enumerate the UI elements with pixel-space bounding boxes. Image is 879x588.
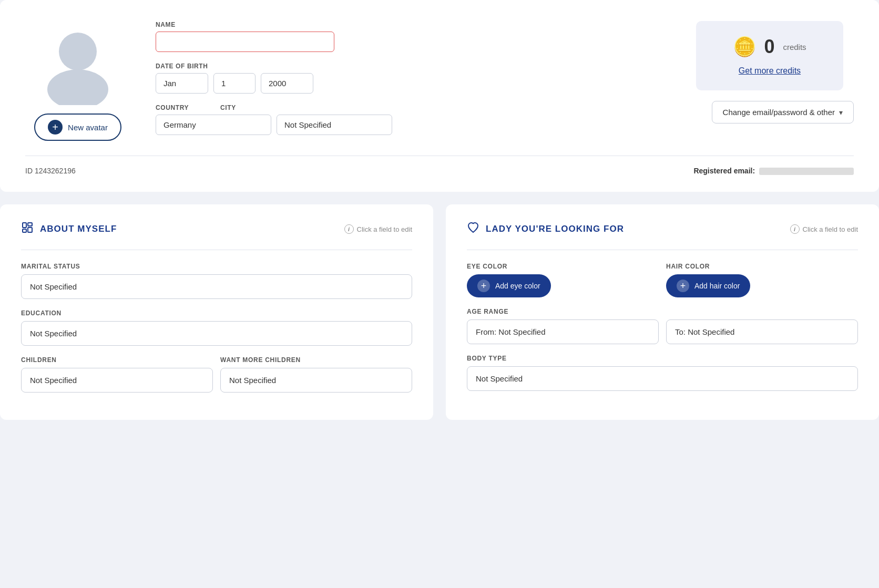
- want-more-children-section: WANT MORE CHILDREN: [220, 356, 412, 393]
- children-section: CHILDREN: [21, 356, 213, 393]
- age-range-row: [467, 319, 858, 344]
- color-row: EYE COLOR + Add eye color HAIR COLOR + A…: [467, 263, 858, 308]
- chevron-down-icon: ▾: [839, 108, 843, 117]
- svg-rect-4: [28, 223, 32, 226]
- avatar-image-svg: [36, 21, 120, 105]
- get-more-credits-button[interactable]: Get more credits: [739, 66, 801, 76]
- name-input[interactable]: [156, 32, 334, 52]
- bottom-section: ABOUT MYSELF i Click a field to edit MAR…: [0, 204, 879, 420]
- education-label: EDUCATION: [21, 310, 412, 317]
- svg-rect-5: [28, 228, 32, 232]
- about-title-row: ABOUT MYSELF: [21, 221, 117, 237]
- change-email-button[interactable]: Change email/password & other ▾: [712, 101, 854, 123]
- looking-info-icon: i: [790, 224, 800, 234]
- avatar-placeholder: [36, 21, 120, 105]
- children-label: CHILDREN: [21, 356, 213, 364]
- svg-rect-3: [23, 229, 26, 232]
- body-type-input[interactable]: [467, 366, 858, 391]
- want-more-children-label: WANT MORE CHILDREN: [220, 356, 412, 364]
- looking-panel: LADY YOU'RE LOOKING FOR i Click a field …: [446, 204, 879, 420]
- about-icon: [21, 221, 34, 237]
- registered-email: Registered email:: [693, 167, 854, 175]
- location-field-group: COUNTRY CITY: [156, 104, 671, 135]
- looking-divider: [467, 250, 858, 250]
- about-title: ABOUT MYSELF: [40, 224, 117, 234]
- profile-top: + New avatar NAME DATE OF BIRTH: [25, 21, 854, 141]
- hair-color-btn-row: + Add hair color: [666, 274, 858, 297]
- body-type-section: BODY TYPE: [467, 355, 858, 391]
- want-more-children-input[interactable]: [220, 368, 412, 393]
- looking-icon: [467, 221, 479, 237]
- city-input[interactable]: [277, 115, 392, 135]
- looking-click-hint: i Click a field to edit: [790, 224, 858, 234]
- children-row: CHILDREN WANT MORE CHILDREN: [21, 356, 412, 403]
- hair-color-section: HAIR COLOR + Add hair color: [666, 263, 858, 297]
- about-panel: ABOUT MYSELF i Click a field to edit MAR…: [0, 204, 433, 420]
- credits-label: credits: [783, 43, 806, 51]
- looking-title-row: LADY YOU'RE LOOKING FOR: [467, 221, 624, 237]
- about-click-hint: i Click a field to edit: [344, 224, 413, 234]
- user-id: ID 1243262196: [25, 167, 76, 175]
- about-info-icon: i: [344, 224, 354, 234]
- age-range-section: AGE RANGE: [467, 308, 858, 344]
- email-value-blur: [759, 168, 854, 175]
- svg-point-0: [59, 33, 97, 70]
- name-field-group: NAME: [156, 21, 671, 52]
- country-input[interactable]: [156, 115, 271, 135]
- looking-panel-header: LADY YOU'RE LOOKING FOR i Click a field …: [467, 221, 858, 237]
- about-panel-header: ABOUT MYSELF i Click a field to edit: [21, 221, 412, 237]
- profile-card: + New avatar NAME DATE OF BIRTH: [0, 0, 879, 192]
- avatar-section: + New avatar: [25, 21, 130, 141]
- svg-point-1: [47, 69, 108, 105]
- hair-color-label: HAIR COLOR: [666, 263, 858, 270]
- looking-title: LADY YOU'RE LOOKING FOR: [486, 224, 624, 234]
- eye-color-label: EYE COLOR: [467, 263, 659, 270]
- body-type-label: BODY TYPE: [467, 355, 858, 362]
- registered-email-label: Registered email:: [693, 167, 755, 175]
- country-label: COUNTRY: [156, 104, 189, 111]
- education-section: EDUCATION: [21, 310, 412, 346]
- dob-year-input[interactable]: [261, 73, 313, 94]
- credits-box: 🪙 0 credits Get more credits: [696, 21, 843, 90]
- change-email-label: Change email/password & other: [723, 108, 835, 117]
- eye-color-section: EYE COLOR + Add eye color: [467, 263, 659, 297]
- add-eye-color-label: Add eye color: [495, 282, 540, 290]
- looking-click-hint-text: Click a field to edit: [803, 225, 858, 233]
- add-eye-plus-icon: +: [477, 280, 490, 292]
- about-divider: [21, 250, 412, 250]
- about-click-hint-text: Click a field to edit: [357, 225, 413, 233]
- profile-fields: NAME DATE OF BIRTH COUNTRY CITY: [156, 21, 671, 135]
- children-input[interactable]: [21, 368, 213, 393]
- dob-day-input[interactable]: [213, 73, 255, 94]
- dob-label: DATE OF BIRTH: [156, 63, 671, 70]
- age-to-input[interactable]: [666, 319, 858, 344]
- plus-icon: +: [48, 120, 63, 135]
- new-avatar-button[interactable]: + New avatar: [34, 114, 121, 141]
- location-row: [156, 115, 671, 135]
- age-range-label: AGE RANGE: [467, 308, 858, 315]
- name-label: NAME: [156, 21, 671, 28]
- add-hair-color-label: Add hair color: [694, 282, 740, 290]
- add-eye-color-button[interactable]: + Add eye color: [467, 274, 551, 297]
- profile-bottom-row: ID 1243262196 Registered email:: [25, 156, 854, 175]
- credits-row: 🪙 0 credits: [733, 36, 806, 58]
- dob-row: [156, 73, 671, 94]
- new-avatar-label: New avatar: [68, 123, 108, 132]
- right-side: 🪙 0 credits Get more credits Change emai…: [696, 21, 854, 123]
- marital-status-label: MARITAL STATUS: [21, 263, 412, 270]
- age-from-input[interactable]: [467, 319, 659, 344]
- add-hair-plus-icon: +: [677, 280, 689, 292]
- city-label: CITY: [220, 104, 236, 111]
- dob-month-input[interactable]: [156, 73, 208, 94]
- page-wrapper: + New avatar NAME DATE OF BIRTH: [0, 0, 879, 420]
- credits-count: 0: [764, 36, 774, 58]
- dob-field-group: DATE OF BIRTH: [156, 63, 671, 94]
- marital-status-section: MARITAL STATUS: [21, 263, 412, 299]
- eye-color-btn-row: + Add eye color: [467, 274, 659, 297]
- marital-status-input[interactable]: [21, 274, 412, 299]
- coins-icon: 🪙: [733, 36, 757, 58]
- add-hair-color-button[interactable]: + Add hair color: [666, 274, 750, 297]
- education-input[interactable]: [21, 321, 412, 346]
- svg-rect-2: [23, 223, 26, 228]
